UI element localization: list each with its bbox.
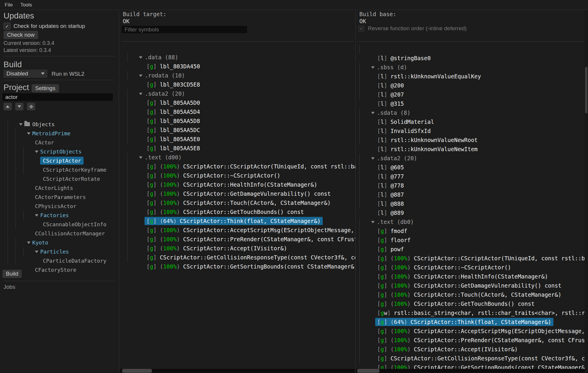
indent-guide bbox=[127, 98, 128, 107]
target-horizontal-scrollbar[interactable] bbox=[120, 369, 355, 373]
symbol-row[interactable]: [g]100%CScriptActor::Accept(IVisitor&) bbox=[356, 336, 588, 345]
symbol-row[interactable]: [g]lbl_805AA5DC bbox=[119, 117, 355, 126]
symbol-row[interactable]: [g]100%CScriptActor::Touch(CActor&, CSta… bbox=[356, 281, 588, 290]
tree-item[interactable]: CPhysicsActor bbox=[0, 193, 119, 202]
symbol-row[interactable]: [g]100%CScriptActor::GetSortingBounds(co… bbox=[119, 253, 355, 262]
build-heading: Build bbox=[4, 60, 22, 69]
symbol-row[interactable]: [g]100%CScriptActor::AcceptScriptMsg(ESc… bbox=[356, 318, 588, 327]
tree-item[interactable]: CActorLights bbox=[0, 174, 119, 183]
base-horizontal-scrollbar[interactable] bbox=[356, 369, 588, 373]
symbol-row[interactable]: [g]100%CScriptActor::CScriptActor(TUniqu… bbox=[356, 245, 588, 254]
symbol-row[interactable]: [g]100%CScriptActor::PreRender(CStateMan… bbox=[119, 226, 355, 235]
symbol-row[interactable]: [l]rstl::kUnknownValueNewItem bbox=[356, 136, 588, 145]
section-row[interactable]: .sdata2 (20) bbox=[119, 80, 355, 89]
symbol-row[interactable]: [l]rstl::kUnknownValueNewRoot bbox=[356, 126, 588, 136]
build-button[interactable]: Build bbox=[2, 270, 22, 278]
vertical-scrollbar[interactable] bbox=[584, 10, 588, 373]
symbol-row[interactable]: [g]100%CScriptActor::Accept(IVisitor&) bbox=[119, 235, 355, 244]
symbol-row[interactable]: [g]64%CScriptActor::Think(float, CStateM… bbox=[356, 308, 588, 318]
symbol-row[interactable]: [g]CScriptActor::GetCollisionResponseTyp… bbox=[356, 345, 588, 354]
symbol-row[interactable]: [l]@778 bbox=[356, 172, 588, 181]
checkbox-checked-icon[interactable] bbox=[4, 23, 11, 30]
section-row[interactable]: .sdata2 (20) bbox=[356, 145, 588, 154]
scrollbar-thumb[interactable] bbox=[122, 369, 152, 373]
symbol-row[interactable]: [g]100%CScriptActor::CScriptActor(TUniqu… bbox=[119, 153, 355, 162]
section-row[interactable]: .data (88) bbox=[119, 44, 355, 53]
symbol-row[interactable]: [l]@777 bbox=[356, 163, 588, 172]
filter-symbols-input[interactable]: Filter symbols bbox=[122, 26, 247, 33]
symbol-row[interactable]: [g]lbl_805AA5E0 bbox=[119, 126, 355, 135]
updates-startup-checkbox-row[interactable]: Check for updates on startup bbox=[4, 23, 85, 30]
object-search-input[interactable]: actor bbox=[2, 93, 113, 101]
symbol-row[interactable]: [l]rstl::kUnknownValueEqualKey bbox=[356, 63, 588, 72]
symbol-row[interactable]: [g]100%CScriptActor::PreRender(CStateMan… bbox=[356, 327, 588, 336]
section-row[interactable]: .rodata (10) bbox=[119, 62, 355, 71]
symbol-row[interactable]: [gw]rstl::basic_string<char, rstl::char_… bbox=[356, 299, 588, 308]
tree-item[interactable]: CScannableObjectInfo bbox=[0, 211, 119, 220]
symbol-row[interactable]: [l]@605 bbox=[356, 154, 588, 163]
tree-item[interactable]: ScriptObjects bbox=[0, 138, 119, 147]
prev-match-button[interactable] bbox=[4, 103, 12, 110]
symbol-row[interactable]: [g]lbl_805AA5D4 bbox=[119, 98, 355, 107]
symbol-row[interactable]: [g]100%CScriptActor::GetTouchBounds() co… bbox=[119, 198, 355, 207]
indent-guide bbox=[8, 238, 8, 247]
symbol-row[interactable]: [l]@889 bbox=[356, 199, 588, 208]
symbol-row[interactable]: [g]powf bbox=[356, 236, 588, 245]
symbol-row[interactable]: [g]lbl_803CD5E8 bbox=[119, 71, 355, 80]
symbol-row[interactable]: [g]100%CScriptActor::GetDamageVulnerabil… bbox=[119, 180, 355, 189]
symbol-row[interactable]: [l]@207 bbox=[356, 81, 588, 90]
locate-object-button[interactable] bbox=[27, 103, 35, 110]
section-row[interactable]: .sdata (8) bbox=[356, 99, 588, 108]
symbol-row[interactable]: [g]64%CScriptActor::Think(float, CStateM… bbox=[119, 207, 355, 217]
tree-item[interactable]: CActor bbox=[0, 129, 119, 138]
section-row[interactable]: .sbss (d) bbox=[356, 54, 588, 63]
tree-item[interactable]: CActorParameters bbox=[0, 183, 119, 193]
symbol-row[interactable]: [g]100%CScriptActor::HealthInfo(CStateMa… bbox=[356, 263, 588, 272]
tree-item[interactable]: MetroidPrime bbox=[0, 120, 119, 129]
symbol-row[interactable]: [g]lbl_803DA450 bbox=[119, 53, 355, 62]
symbol-row[interactable]: [g]100%CScriptActor::~CScriptActor() bbox=[119, 162, 355, 171]
symbol-row[interactable]: [l]@stringBase0 bbox=[356, 45, 588, 54]
symbol-row[interactable]: [g]100%CScriptActor::AcceptScriptMsg(ESc… bbox=[119, 217, 355, 226]
menu-file[interactable]: File bbox=[5, 2, 13, 8]
scrollbar-thumb[interactable] bbox=[357, 369, 380, 373]
tree-item[interactable]: Kyoto bbox=[0, 229, 119, 238]
tree-item[interactable]: Objects bbox=[0, 111, 119, 120]
tree-item[interactable]: CScriptActor bbox=[0, 147, 119, 156]
menu-tools[interactable]: Tools bbox=[20, 2, 32, 8]
symbol-row[interactable]: [g]100%CScriptActor::GetDamageVulnerabil… bbox=[356, 272, 588, 281]
tree-item[interactable]: CParticleDataFactory bbox=[0, 247, 119, 256]
tree-item[interactable]: CFactoryStore bbox=[0, 256, 119, 265]
reverse-order-checkbox-row[interactable]: Reverse function order (-inline deferred… bbox=[358, 25, 467, 32]
symbol-row[interactable]: [l]SolidMaterial bbox=[356, 108, 588, 117]
tree-item[interactable]: CScriptActorRotate bbox=[0, 165, 119, 174]
section-row[interactable]: .text (db0) bbox=[356, 208, 588, 217]
tree-item[interactable]: CScriptActorKeyframe bbox=[0, 156, 119, 165]
next-match-button[interactable] bbox=[15, 103, 23, 110]
tree-item[interactable]: Factories bbox=[0, 202, 119, 211]
indent-guide bbox=[16, 220, 16, 229]
symbol-row[interactable]: [g]lbl_805AA5E8 bbox=[119, 135, 355, 144]
check-now-button[interactable]: Check now bbox=[4, 31, 38, 39]
symbol-row[interactable]: [g]lbl_805AA5D8 bbox=[119, 107, 355, 117]
symbol-row[interactable]: [g]floorf bbox=[356, 227, 588, 236]
section-row[interactable]: .text (d00) bbox=[119, 144, 355, 153]
symbol-row[interactable]: [g]100%CScriptActor::GetTouchBounds() co… bbox=[356, 290, 588, 299]
symbol-row[interactable]: [l]@200 bbox=[356, 72, 588, 81]
symbol-row[interactable]: [l]@887 bbox=[356, 181, 588, 190]
symbol-row[interactable]: [l]@315 bbox=[356, 90, 588, 99]
symbol-row[interactable]: [g]CScriptActor::GetCollisionResponseTyp… bbox=[119, 244, 355, 253]
symbol-row[interactable]: [g]fmodf bbox=[356, 217, 588, 227]
symbol-row[interactable]: [l]@888 bbox=[356, 190, 588, 199]
symbol-row[interactable]: [g]lbl_805AA5D0 bbox=[119, 89, 355, 98]
symbol-row[interactable]: [g]100%CScriptActor::HealthInfo(CStateMa… bbox=[119, 171, 355, 180]
symbol-row[interactable]: [l]InvalidSfxId bbox=[356, 117, 588, 126]
tree-item[interactable]: Particles bbox=[0, 238, 119, 247]
symbol-row[interactable]: [g]100%CScriptActor::~CScriptActor() bbox=[356, 254, 588, 263]
build-mode-dropdown[interactable]: Disabled bbox=[4, 70, 47, 78]
symbol-row[interactable]: [g]100%CScriptActor::GetSortingBounds(co… bbox=[356, 354, 588, 363]
project-settings-button[interactable]: Settings bbox=[32, 84, 59, 92]
symbol-row[interactable]: [g]100%CScriptActor::Touch(CActor&, CSta… bbox=[119, 189, 355, 198]
scrollbar-thumb[interactable] bbox=[585, 67, 587, 113]
tree-item[interactable]: CCollisionActorManager bbox=[0, 220, 119, 229]
